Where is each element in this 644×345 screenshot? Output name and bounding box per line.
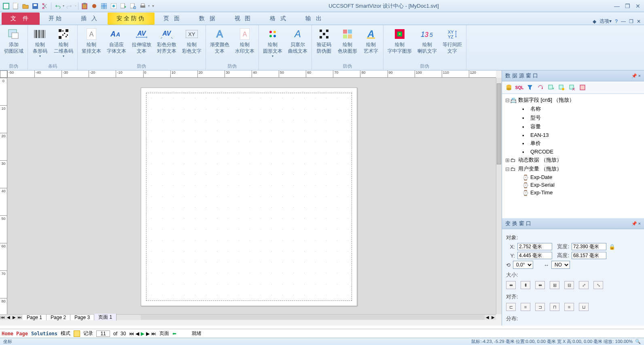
btn-wordart[interactable]: A绘制 艺术字	[361, 27, 381, 62]
transform-header[interactable]: 变换窗口 📌 ×	[502, 218, 644, 229]
btn-bezier-text[interactable]: A贝塞尔 曲线文本	[286, 27, 309, 64]
hscrollbar[interactable]	[141, 315, 485, 320]
tree-field[interactable]: ▪单价	[504, 139, 642, 148]
qat-cut-icon[interactable]	[40, 2, 49, 11]
btn-color-text[interactable]: XY绘制 彩色文字	[180, 27, 203, 62]
minimize-icon[interactable]: —	[613, 2, 621, 10]
ds-more-icon[interactable]	[578, 83, 587, 92]
align-center-v[interactable]: ≡	[564, 303, 574, 311]
w-input[interactable]	[572, 243, 606, 250]
h-input[interactable]	[572, 252, 606, 259]
btn-char-in-char[interactable]: 绘制 字中字图形	[386, 27, 413, 62]
y-input[interactable]	[517, 252, 552, 259]
tab-security[interactable]: 安全防伪	[108, 13, 155, 25]
ds-del-icon[interactable]	[568, 83, 576, 92]
qat-undo-icon[interactable]	[53, 2, 62, 11]
tree-root-fields[interactable]: ⊟📇数据字段 [cn$] （拖放）	[504, 96, 642, 104]
hscroll-left-icon[interactable]: ◀	[485, 315, 490, 319]
ds-refresh-icon[interactable]	[536, 83, 545, 92]
page-tab-2[interactable]: Page 2	[47, 315, 70, 320]
qat-tool-icon[interactable]	[90, 2, 99, 11]
size-btn-2[interactable]: ⬍	[521, 281, 530, 289]
align-bottom[interactable]: ⊔	[579, 303, 589, 311]
nav-first-icon[interactable]: ⏮	[129, 331, 134, 336]
page-tab-1[interactable]: Page 1	[23, 315, 47, 320]
btn-horn-text[interactable]: 135绘制 喇叭文字	[416, 27, 439, 62]
canvas[interactable]	[7, 78, 502, 314]
page-surface[interactable]	[141, 87, 357, 306]
ds-add-icon[interactable]: +	[547, 83, 555, 92]
size-btn-7[interactable]: ⤡	[593, 281, 603, 289]
tab-view[interactable]: 视 图	[226, 13, 261, 25]
qat-preview-icon[interactable]	[109, 2, 118, 11]
tab-next-icon[interactable]: ▶	[11, 315, 17, 319]
ribbon-restore-icon[interactable]: ❐	[629, 19, 633, 24]
nav-play-icon[interactable]: ▶	[141, 331, 144, 336]
qat-export-icon[interactable]	[119, 2, 128, 11]
qat-grid-icon[interactable]	[100, 2, 108, 11]
tab-data[interactable]: 数 据	[190, 13, 226, 25]
tab-start[interactable]: 开始	[40, 13, 72, 25]
btn-add-cut-region[interactable]: 添加 切图区域	[2, 27, 25, 62]
tab-file[interactable]: 文 件	[2, 13, 40, 25]
btn-stretch-text[interactable]: AV拉伸缩放 文本	[130, 27, 153, 62]
maximize-icon[interactable]: ❐	[624, 2, 631, 10]
btn-colorblock[interactable]: 绘制 色块图形	[336, 27, 359, 62]
qat-redo-icon[interactable]	[65, 2, 74, 11]
close-icon[interactable]: ✕	[634, 2, 642, 10]
tree-field[interactable]: ▪QRCODE	[504, 148, 642, 155]
align-right[interactable]: ⊐	[535, 303, 545, 311]
size-btn-4[interactable]: ⊞	[550, 281, 559, 289]
qat-paste-icon[interactable]	[80, 2, 89, 11]
align-left[interactable]: ⊏	[506, 303, 516, 311]
btn-autofit-text[interactable]: AA自适应 字体文本	[105, 27, 128, 62]
tree-uvar[interactable]: ⌚Exp-Serial	[504, 181, 642, 189]
tree-uvar[interactable]: ⌚Exp-Time	[504, 189, 642, 196]
ribbon-help-icon[interactable]: ?	[615, 19, 618, 24]
page-tab-current[interactable]: 页面 1	[94, 314, 117, 321]
size-btn-1[interactable]: ⬌	[506, 281, 516, 289]
ds-db-icon[interactable]	[504, 83, 513, 92]
record-current[interactable]	[96, 330, 110, 337]
help-icon[interactable]: ◆	[593, 19, 596, 24]
btn-gradient-text[interactable]: A渐变颜色 文本	[208, 27, 231, 62]
solutions-link[interactable]: Solutions	[31, 331, 57, 336]
pin-icon-2[interactable]: 📌 ×	[631, 221, 641, 226]
tree-uservars[interactable]: ⊟🗀用户变量 （拖放）	[504, 164, 642, 173]
x-input[interactable]	[517, 243, 552, 250]
tab-last-icon[interactable]: ⏭	[17, 315, 23, 319]
qat-open-icon[interactable]	[21, 2, 30, 11]
nav-prev-icon[interactable]: ◀	[136, 331, 139, 336]
ribbon-min-icon[interactable]: —	[621, 19, 626, 24]
rotate-select[interactable]: 0.0°	[513, 261, 533, 269]
tab-page[interactable]: 页 面	[155, 13, 190, 25]
page-back-icon[interactable]: ⬅	[172, 331, 176, 336]
size-btn-3[interactable]: ⬌	[535, 281, 545, 289]
datasource-header[interactable]: 数据源窗口 📌 ×	[502, 70, 644, 81]
btn-captcha[interactable]: 验证码 防伪图	[314, 27, 334, 62]
tree-field[interactable]: ▪型号	[504, 113, 642, 122]
nav-next-icon[interactable]: ▶	[146, 331, 150, 336]
tree-field[interactable]: ▪EAN-13	[504, 131, 642, 139]
qat-new-icon[interactable]	[11, 2, 20, 11]
ds-edit-icon[interactable]	[557, 83, 566, 92]
align-top[interactable]: ⊓	[550, 303, 559, 311]
btn-equal-line[interactable]: XYYZ等行间距 文字	[441, 27, 464, 62]
vscrollbar[interactable]	[496, 78, 502, 314]
tab-first-icon[interactable]: ⏮	[0, 315, 6, 319]
btn-qrcode[interactable]: 绘制 二维条码▾	[52, 27, 75, 62]
qat-print-icon[interactable]	[138, 2, 147, 11]
tab-insert[interactable]: 插 入	[72, 13, 108, 25]
btn-color-scatter[interactable]: AV彩色分散 对齐文本	[155, 27, 178, 62]
btn-watermark[interactable]: A绘制 水印文本	[233, 27, 256, 62]
qat-app-icon[interactable]	[2, 2, 11, 11]
ds-sql-icon[interactable]: SQL	[515, 83, 524, 92]
hscroll-right-icon[interactable]: ▶	[490, 315, 496, 319]
pin-icon[interactable]: 📌 ×	[631, 73, 641, 79]
tab-output[interactable]: 输 出	[297, 13, 332, 25]
mode-icon[interactable]	[74, 330, 80, 337]
tree-uvar[interactable]: ⌚Exp-Date	[504, 173, 642, 181]
btn-circle-text[interactable]: 绘制 圆形文本▾	[261, 27, 284, 64]
size-btn-5[interactable]: ⊟	[564, 281, 574, 289]
nav-last-icon[interactable]: ⏭	[151, 331, 156, 336]
